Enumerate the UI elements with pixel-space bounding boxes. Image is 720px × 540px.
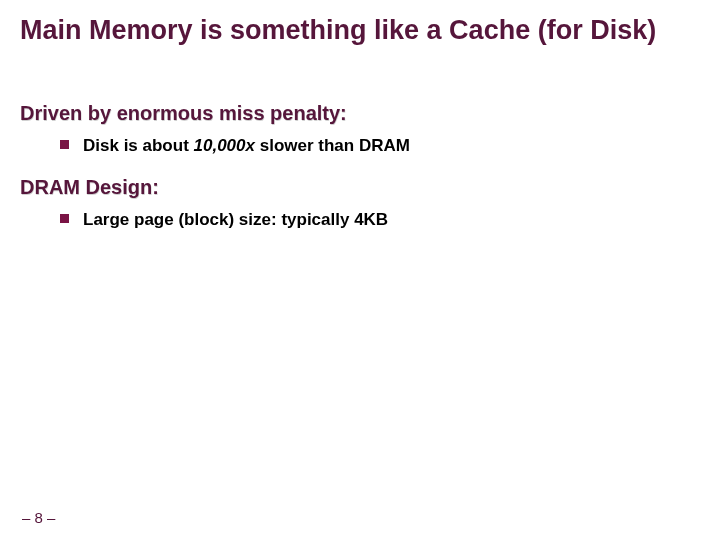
bullet-emphasis: 10,000x (194, 136, 255, 155)
bullet-pre: Disk is about (83, 136, 194, 155)
page-number: – 8 – (22, 509, 55, 526)
square-bullet-icon (60, 140, 69, 149)
bullet-pre: Large page (block) size: typically 4KB (83, 210, 388, 229)
section-heading-dram-design: DRAM Design: (20, 176, 700, 199)
slide-title: Main Memory is something like a Cache (f… (20, 14, 700, 46)
bullet-item: Disk is about 10,000x slower than DRAM (60, 135, 700, 158)
bullet-text: Large page (block) size: typically 4KB (83, 209, 388, 232)
square-bullet-icon (60, 214, 69, 223)
bullet-item: Large page (block) size: typically 4KB (60, 209, 700, 232)
bullet-text: Disk is about 10,000x slower than DRAM (83, 135, 410, 158)
section-heading-miss-penalty: Driven by enormous miss penalty: (20, 102, 700, 125)
bullet-post: slower than DRAM (255, 136, 410, 155)
